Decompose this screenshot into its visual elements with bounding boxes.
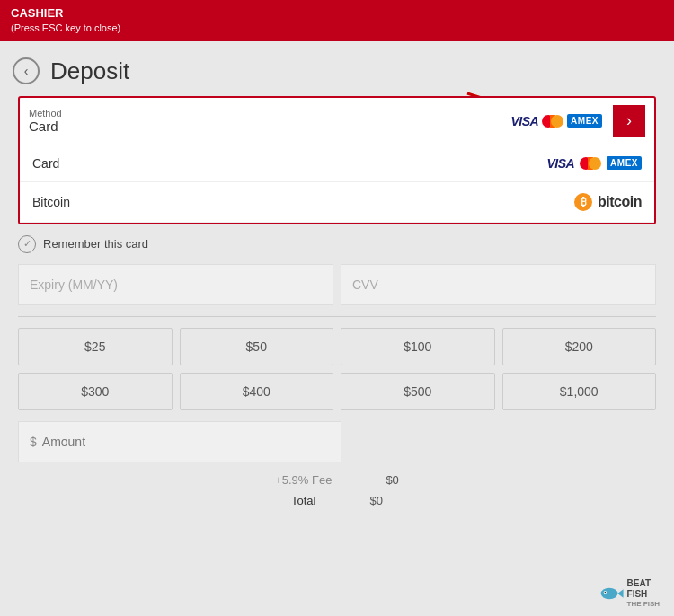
remember-card-row: ✓ Remember this card <box>0 224 674 264</box>
bitcoin-circle-icon: ₿ <box>574 193 592 211</box>
option-card-label: Card <box>32 156 59 171</box>
watermark: BEAT FISH THE FISH <box>595 578 660 609</box>
watermark-line2: FISH <box>627 589 660 600</box>
method-selected-row[interactable]: Method Card VISA AMEX › <box>20 98 654 145</box>
beatthefish-logo <box>595 581 624 606</box>
svg-point-3 <box>600 588 617 599</box>
dropdown-options-list: Card VISA AMEX Bitcoin ₿ bitcoin <box>20 145 654 223</box>
total-row: Total $0 <box>18 490 656 511</box>
cashier-header: CASHIER (Press ESC key to close) <box>0 0 674 41</box>
fee-value: $0 <box>386 473 398 487</box>
remember-card-label: Remember this card <box>43 237 148 251</box>
watermark-text: BEAT FISH THE FISH <box>627 578 660 609</box>
amount-input-wrap: $ <box>18 421 341 462</box>
visa-icon-option: VISA <box>546 156 574 171</box>
expiry-field[interactable]: Expiry (MM/YY) <box>18 264 333 305</box>
svg-point-6 <box>604 591 606 593</box>
mastercard-icon <box>542 114 563 128</box>
bitcoin-text-icon: bitcoin <box>598 194 642 210</box>
expiry-placeholder: Expiry (MM/YY) <box>30 277 118 292</box>
option-bitcoin[interactable]: Bitcoin ₿ bitcoin <box>20 182 654 223</box>
amount-dollar-sign: $ <box>30 435 37 449</box>
amount-input[interactable] <box>42 435 330 449</box>
amount-buttons-grid: $25 $50 $100 $200 $300 $400 $500 $1,000 <box>18 328 656 410</box>
back-button[interactable]: ‹ <box>13 57 40 84</box>
cashier-title: CASHIER <box>11 5 663 22</box>
option-card[interactable]: Card VISA AMEX <box>20 145 654 182</box>
cvv-field[interactable]: CVV <box>341 264 656 305</box>
method-label: Method Card <box>29 108 62 134</box>
mastercard-icon-option <box>580 156 601 171</box>
amount-btn-50[interactable]: $50 <box>180 328 334 365</box>
fee-label: +5.9% Fee <box>275 473 332 487</box>
amount-btn-25[interactable]: $25 <box>18 328 173 365</box>
remember-checkbox[interactable]: ✓ <box>18 235 36 253</box>
method-dropdown[interactable]: Method Card VISA AMEX › Card VISA <box>18 96 656 224</box>
amount-btn-100[interactable]: $100 <box>341 328 495 365</box>
amount-btn-300[interactable]: $300 <box>18 373 173 410</box>
card-fields-row: Expiry (MM/YY) CVV <box>18 264 656 305</box>
amount-btn-200[interactable]: $200 <box>502 328 657 365</box>
main-panel: ‹ Deposit Method Card VISA AMEX › <box>0 41 674 616</box>
amount-btn-400[interactable]: $400 <box>180 373 334 410</box>
amount-btn-1000[interactable]: $1,000 <box>502 373 657 410</box>
divider-1 <box>18 316 656 317</box>
visa-icon: VISA <box>510 114 538 128</box>
deposit-title-row: ‹ Deposit <box>0 41 674 96</box>
deposit-title: Deposit <box>50 57 129 85</box>
amex-icon-option: AMEX <box>607 156 642 170</box>
amount-btn-500[interactable]: $500 <box>341 373 495 410</box>
total-label: Total <box>291 494 315 507</box>
total-value: $0 <box>370 494 383 507</box>
method-small-label: Method <box>29 108 62 119</box>
cashier-subtitle: (Press ESC key to close) <box>11 22 663 35</box>
card-logos: VISA AMEX <box>546 156 642 171</box>
method-icons: VISA AMEX › <box>510 105 645 137</box>
fee-total-section: +5.9% Fee $0 Total $0 <box>18 470 656 511</box>
fee-row: +5.9% Fee $0 <box>18 470 656 490</box>
cvv-placeholder: CVV <box>352 277 378 292</box>
method-main-label: Card <box>29 119 62 134</box>
dropdown-chevron[interactable]: › <box>613 105 645 137</box>
amex-icon: AMEX <box>567 114 602 128</box>
option-bitcoin-label: Bitcoin <box>32 195 70 209</box>
bitcoin-logo: ₿ bitcoin <box>574 193 642 211</box>
